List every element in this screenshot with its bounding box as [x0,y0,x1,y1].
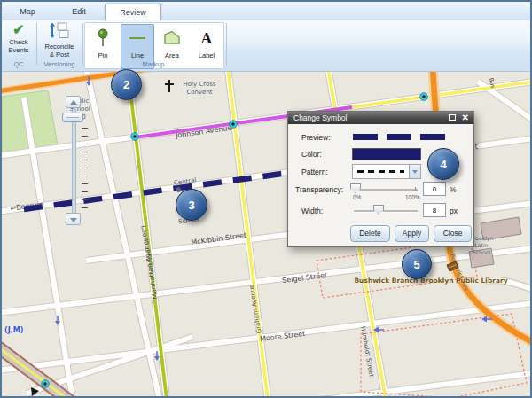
area-icon [162,25,182,51]
step-badge-4: 4 [427,148,459,180]
subway-lines-label: (J,M) [4,326,23,334]
pattern-dash-preview [357,170,404,173]
ribbon-body: ✔ Check Events QC Reconcile & [2,20,530,72]
reconcile-post-button[interactable]: Reconcile & Post [38,22,81,59]
markup-line-label: Line [131,51,144,59]
close-button[interactable]: Close [434,225,472,242]
transparency-unit: % [450,185,457,194]
latin-school-label-2: Latin [474,242,488,248]
group-label-versioning: Versioning [37,60,82,69]
library-label: Bushwick Branch Brooklyn Public Library [354,277,507,285]
delete-button[interactable]: Delete [350,225,390,242]
transparency-max-label: 100% [405,194,420,200]
moore-street-label: Moore Street [260,330,306,343]
transparency-track-tick [415,187,416,191]
zoom-in-button[interactable] [66,96,81,108]
group-separator [36,23,37,66]
width-unit: px [450,207,458,215]
dialog-title-bar[interactable]: Change Symbol ✕ [288,112,473,124]
seigel-street-label: Seigel Street [282,271,328,285]
line-icon [128,25,147,51]
zoom-thumb[interactable] [62,113,83,122]
ribbon: Map Edit Review ✔ Check Events QC [2,2,530,71]
markup-area-label: Area [165,51,179,59]
transparency-input[interactable] [423,182,446,196]
label-a-icon: A [201,25,212,51]
preview-dash [420,134,445,140]
apply-button[interactable]: Apply [395,225,429,242]
group-separator [226,23,227,66]
step-badge-2: 2 [111,69,142,100]
maximize-icon[interactable] [449,114,456,121]
pin-icon [93,25,113,51]
transparency-label: Transparency: [295,185,343,194]
reconcile-label-1: Reconcile [45,43,74,51]
cross-icon [165,80,174,92]
reconcile-label-2: & Post [50,51,69,59]
check-icon: ✔ [12,22,24,38]
holy-cross-label-2: Convent [186,89,212,96]
step-badge-3: 3 [176,189,207,221]
zoom-ticks [82,128,88,212]
markup-label-label: Label [199,51,215,59]
check-events-label-1: Check [9,38,27,46]
preview-dash [387,134,411,140]
ribbon-tab-bar: Map Edit Review [2,2,530,20]
dialog-title: Change Symbol [293,113,347,122]
tab-edit[interactable]: Edit [59,4,99,20]
transparency-min-label: 0% [353,194,361,200]
manhattan-avenue-label: Manhattan Avenue [142,236,160,300]
latin-school-label-3: School [473,249,491,255]
zoom-out-button[interactable] [66,213,81,225]
width-slider-track[interactable] [354,210,418,213]
group-label-markup: Markup [84,60,223,69]
pattern-dropdown[interactable] [352,164,421,179]
width-slider-thumb[interactable] [373,205,384,215]
preview-dash [353,134,378,140]
markup-pin-label: Pin [98,51,108,59]
down-arrow-icon [70,218,77,222]
width-input[interactable] [423,203,446,217]
reconcile-icon [49,22,70,43]
transparency-slider-track[interactable] [354,189,418,191]
group-separator [82,23,83,66]
width-label: Width: [301,207,323,215]
check-events-button[interactable]: ✔ Check Events [4,22,34,54]
step-badge-5: 5 [402,249,432,279]
color-label: Color: [301,150,322,159]
transparency-slider-thumb[interactable] [350,183,361,193]
holy-cross-label-1: Holy Cross [183,81,215,88]
app-window: Map Edit Review ✔ Check Events QC [0,0,532,398]
dropdown-arrow-icon[interactable] [409,165,420,178]
close-icon[interactable]: ✕ [462,112,469,124]
tab-review[interactable]: Review [105,4,161,21]
preview-label: Preview: [301,133,331,142]
pattern-label: Pattern: [301,168,328,176]
tab-map[interactable]: Map [11,4,44,20]
up-arrow-icon [70,100,77,105]
color-swatch[interactable] [352,148,421,160]
group-label-qc: QC [4,60,34,69]
check-events-label-2: Events [9,46,29,54]
zoom-track[interactable] [72,109,76,215]
